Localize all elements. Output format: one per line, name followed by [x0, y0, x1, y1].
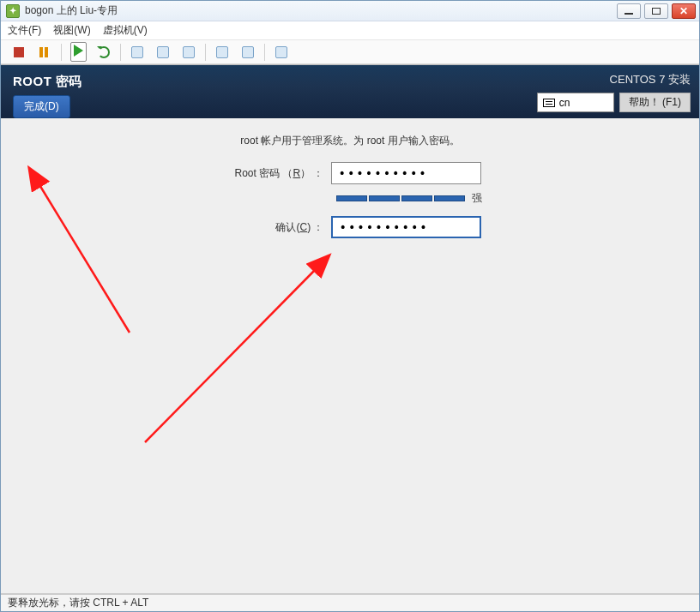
separator [205, 44, 206, 61]
play-icon [74, 45, 83, 57]
root-password-input[interactable] [331, 162, 481, 184]
product-label: CENTOS 7 安装 [610, 72, 691, 87]
help-button[interactable]: 帮助！ (F1) [619, 93, 691, 112]
anaconda-header: ROOT 密码 完成(D) CENTOS 7 安装 cn 帮助！ (F1) [1, 65, 699, 118]
floppy-button[interactable] [236, 42, 260, 63]
root-password-row: Root 密码 （R） ： [27, 162, 673, 184]
window-controls: ✕ [617, 3, 696, 19]
separator [61, 44, 62, 61]
statusbar: 要释放光标，请按 CTRL + ALT [1, 594, 699, 611]
help-button-label: 帮助！ (F1) [629, 96, 681, 108]
anaconda-installer: ROOT 密码 完成(D) CENTOS 7 安装 cn 帮助！ (F1) [1, 65, 699, 594]
snapshot-manager-button[interactable] [151, 42, 175, 63]
network-icon [275, 46, 287, 58]
confirm-password-input[interactable] [331, 216, 481, 238]
keyboard-layout-label: cn [559, 97, 570, 109]
menu-vm[interactable]: 虚拟机(V) [103, 23, 148, 38]
minimize-button[interactable] [617, 3, 641, 19]
toolbar [1, 40, 699, 64]
keyboard-icon [543, 99, 555, 107]
annotation-overlay [1, 118, 687, 598]
password-strength-row: 强 [27, 191, 673, 206]
anaconda-body: root 帐户用于管理系统。为 root 用户输入密码。 Root 密码 （R）… [1, 118, 699, 593]
pause-button[interactable] [33, 42, 57, 63]
keyboard-layout-indicator[interactable]: cn [537, 93, 614, 112]
revert-button[interactable] [177, 42, 201, 63]
vm-guest-display[interactable]: ROOT 密码 完成(D) CENTOS 7 安装 cn 帮助！ (F1) [1, 64, 699, 611]
password-strength-label: 强 [472, 191, 482, 206]
menubar: 文件(F) 视图(W) 虚拟机(V) [1, 21, 699, 40]
stop-button[interactable] [7, 42, 31, 63]
page-title: ROOT 密码 [13, 74, 82, 90]
statusbar-text: 要释放光标，请按 CTRL + ALT [8, 596, 148, 610]
vsphere-icon: ✦ [6, 4, 20, 18]
maximize-button[interactable] [644, 3, 668, 19]
pause-icon [39, 47, 50, 57]
confirm-password-row: 确认(C) ： [27, 216, 673, 238]
cdrom-button[interactable] [210, 42, 234, 63]
play-button[interactable] [66, 42, 90, 63]
titlebar: ✦ bogon 上的 Liu-专用 ✕ [1, 1, 699, 21]
revert-icon [183, 46, 195, 58]
snapshot-button[interactable] [125, 42, 149, 63]
menu-file[interactable]: 文件(F) [8, 23, 41, 38]
arrow-to-confirm [145, 268, 317, 442]
snapshot-manager-icon [157, 46, 169, 58]
snapshot-icon [131, 46, 143, 58]
done-button-label: 完成(D) [24, 100, 59, 112]
separator [120, 44, 121, 61]
floppy-icon [242, 46, 254, 58]
vmware-console-window: ✦ bogon 上的 Liu-专用 ✕ 文件(F) 视图(W) 虚拟机(V) [0, 0, 700, 612]
menu-view[interactable]: 视图(W) [53, 23, 90, 38]
password-strength-meter [336, 195, 465, 201]
root-password-label: Root 密码 （R） ： [220, 166, 331, 181]
stop-icon [14, 47, 24, 57]
nic-button[interactable] [269, 42, 293, 63]
instruction-text: root 帐户用于管理系统。为 root 用户输入密码。 [27, 134, 673, 148]
refresh-button[interactable] [92, 42, 116, 63]
arrow-to-done [39, 183, 130, 333]
cdrom-icon [216, 46, 228, 58]
window-title: bogon 上的 Liu-专用 [25, 3, 617, 18]
confirm-password-label: 确认(C) ： [220, 220, 331, 235]
refresh-icon [98, 46, 110, 58]
separator [264, 44, 265, 61]
done-button[interactable]: 完成(D) [13, 95, 70, 118]
close-button[interactable]: ✕ [672, 3, 696, 19]
